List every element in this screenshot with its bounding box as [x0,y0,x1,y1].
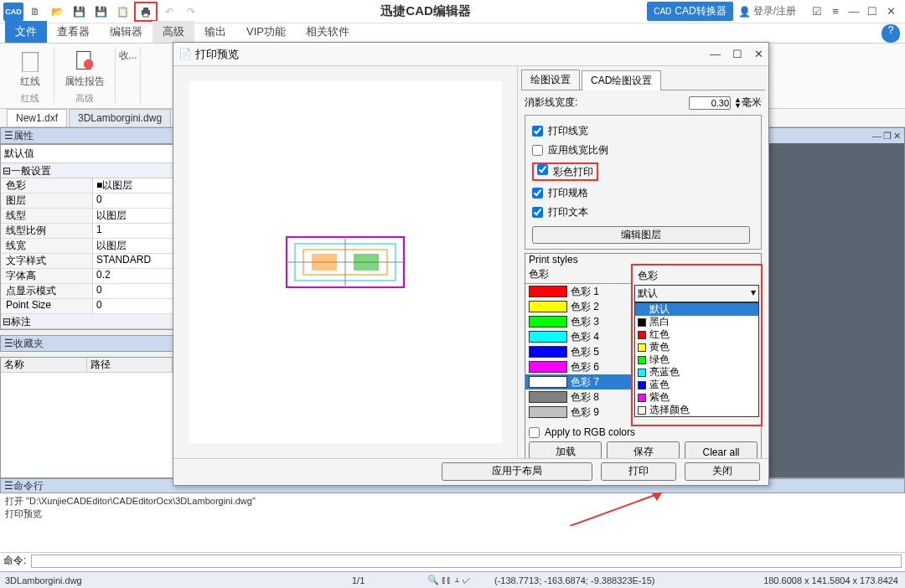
ps-color-item[interactable]: 色彩 5 [525,344,632,359]
canvas-restore-icon[interactable]: ❐ [883,131,892,142]
chk-apply-ratio[interactable] [532,145,543,156]
cad-converter-button[interactable]: CADCAD转换器 [647,2,732,21]
save-icon[interactable]: 💾 [69,3,89,21]
chk-print-spec[interactable] [532,188,543,199]
messages-icon[interactable]: ☑ [808,5,826,18]
open-icon[interactable]: 📂 [47,3,67,21]
command-history: 打开 "D:\XunjieCADEditor\CADEditorOcx\3DLa… [0,493,905,552]
prop-section-annotation: ⊟标注 [1,314,173,329]
dropdown-item[interactable]: 黑白 [635,316,758,328]
tab-vip[interactable]: VIP功能 [236,21,296,43]
command-prompt: 命令: [3,554,26,568]
prop-row[interactable]: 线型以图层 [1,209,173,224]
new-icon[interactable]: 🗎 [25,3,45,21]
dropdown-item[interactable]: 选择颜色 [635,404,758,416]
chk-apply-rgb[interactable] [529,427,540,438]
file-tab-1[interactable]: 3DLamborgini.dwg [69,109,171,126]
ribbon-attr-report[interactable]: 属性报告 高级 [54,47,116,105]
ps-color-item[interactable]: 色彩 9 [525,405,632,420]
hidden-width-spinner[interactable]: ▲▼ [734,97,742,109]
copy-icon[interactable]: 📋 [112,3,132,21]
prop-row[interactable]: 点显示模式0 [1,284,173,299]
prop-row[interactable]: Point Size0 [1,299,173,314]
favorites-panel-title: ☰ 收藏夹 [0,335,173,352]
properties-icon: ☰ [4,130,13,142]
chk-print-text[interactable] [532,207,543,218]
hidden-width-input[interactable] [689,96,731,110]
dropdown-item[interactable]: 绿色 [635,353,758,366]
prop-row[interactable]: 色彩■以图层 [1,178,173,193]
ps-color-item[interactable]: 色彩 2 [525,299,632,314]
status-filename: 3DLamborgini.dwg [5,575,82,585]
print-button[interactable]: 打印 [601,462,676,481]
ps-color-item[interactable]: 色彩 1 [525,284,632,299]
print-icon[interactable] [134,2,158,22]
apply-layout-button[interactable]: 应用于布局 [442,462,592,481]
tab-advanced[interactable]: 高级 [153,21,194,43]
dropdown-item[interactable]: 紫色 [635,391,758,404]
saveas-icon[interactable]: 💾 [90,3,111,21]
ribbon-redline[interactable]: 红线 红线 [7,47,54,105]
canvas-close-icon[interactable]: ✕ [893,131,901,142]
ribbon-collapse[interactable]: 收... [116,47,141,105]
dialog-close-icon[interactable]: ✕ [754,48,763,60]
redline-icon [17,47,44,73]
tab-software[interactable]: 相关软件 [296,21,359,43]
minimize-icon[interactable]: — [845,5,863,18]
prop-row[interactable]: 文字样式STANDARD [1,254,173,269]
file-tab-0[interactable]: New1.dxf [7,109,67,126]
ps-color-item[interactable]: 色彩 4 [525,329,632,344]
svg-rect-11 [312,254,337,271]
command-input[interactable] [31,554,902,568]
fav-col-path[interactable]: 路径 [87,358,173,372]
properties-panel-title: ☰ 属性 [0,127,173,144]
chk-print-linewidth[interactable] [532,126,543,137]
redo-icon[interactable]: ↷ [181,3,201,21]
maximize-icon[interactable]: ☐ [863,5,882,18]
dropdown-item[interactable]: 红色 [635,328,758,341]
prop-default[interactable]: 默认值 [1,145,173,163]
undo-icon[interactable]: ↶ [159,3,179,21]
svg-point-5 [84,59,94,69]
prop-row[interactable]: 线型比例1 [1,224,173,239]
tab-file[interactable]: 文件 [5,21,47,43]
hidden-width-unit: 毫米 [742,95,762,110]
tab-draw-settings[interactable]: 绘图设置 [521,70,580,90]
ps-color-item[interactable]: 色彩 7 [525,374,632,389]
chk-color-print[interactable] [537,164,548,175]
fav-col-name[interactable]: 名称 [1,358,87,372]
help-icon[interactable]: ? [882,24,900,43]
load-button[interactable]: 加载 [529,441,602,458]
dialog-minimize-icon[interactable]: — [710,48,721,60]
ps-color-item[interactable]: 色彩 6 [525,359,632,374]
prop-row[interactable]: 字体高0.2 [1,269,173,284]
menu-icon[interactable]: ≡ [826,5,845,18]
ps-color-item[interactable]: 色彩 8 [525,389,632,405]
ps-color-select[interactable]: 默认▾ [634,285,759,302]
prop-row[interactable]: 图层0 [1,193,173,209]
close-icon[interactable]: ✕ [882,5,900,18]
dialog-maximize-icon[interactable]: ☐ [732,48,742,60]
print-preview-dialog: 📄打印预览 — ☐ ✕ 绘图设置 C [173,42,769,486]
command-icon: ☰ [4,480,13,492]
dropdown-item[interactable]: 黄色 [635,341,758,353]
edit-layer-button[interactable]: 编辑图层 [532,226,750,244]
status-tool-icons[interactable]: 🔍 ⫿⫿ ⊥ ✓ [427,575,471,585]
login-link[interactable]: 👤登录/注册 [738,4,796,18]
svg-rect-2 [143,13,148,17]
dropdown-item[interactable]: 默认 [635,303,758,316]
close-button[interactable]: 关闭 [685,462,760,481]
tab-output[interactable]: 输出 [194,21,236,43]
tab-editor[interactable]: 编辑器 [100,21,153,43]
dropdown-item[interactable]: 亮蓝色 [635,366,758,379]
dropdown-item[interactable]: 蓝色 [635,379,758,391]
prop-row[interactable]: 线宽以图层 [1,239,173,254]
ps-left-header: 色彩 [525,266,632,284]
canvas-min-icon[interactable]: — [872,131,882,141]
tab-cad-draw-settings[interactable]: CAD绘图设置 [582,70,661,90]
ps-color-item[interactable]: 色彩 3 [525,314,632,329]
save-styles-button[interactable]: 保存 [607,441,680,458]
user-icon: 👤 [738,6,751,18]
tab-viewer[interactable]: 查看器 [47,21,100,43]
clear-all-button[interactable]: Clear all [685,441,758,458]
